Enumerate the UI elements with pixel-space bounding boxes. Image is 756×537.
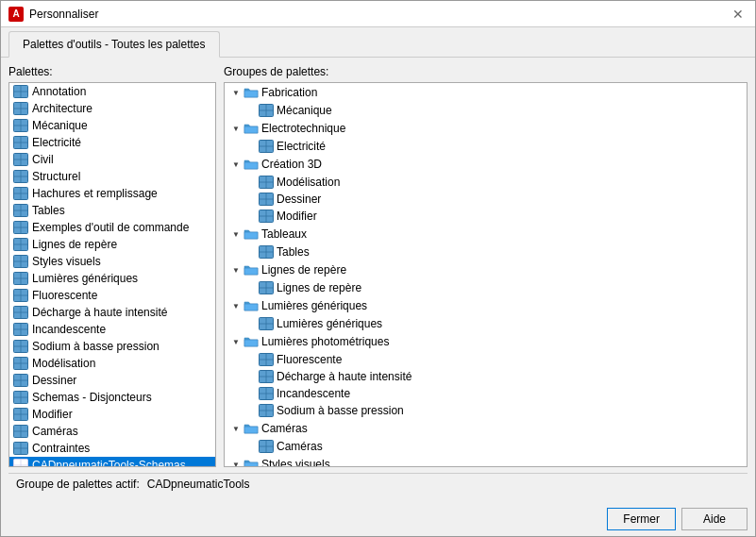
tree-item-label: Dessiner (277, 193, 321, 206)
left-panel: Palettes: Annotation Architecture Mécani… (8, 65, 216, 467)
tree-palette-item[interactable]: Modélisation (225, 174, 747, 191)
main-content: Palettes: Annotation Architecture Mécani… (1, 58, 755, 502)
right-panel-label: Groupes de palettes: (224, 65, 748, 78)
list-item[interactable]: Architecture (9, 100, 215, 117)
tree-toggle-icon[interactable]: ▼ (228, 157, 244, 172)
list-item[interactable]: Fluorescente (9, 287, 215, 304)
close-button[interactable]: Fermer (607, 508, 676, 530)
tree-palette-item[interactable]: Lumières génériques (225, 315, 747, 332)
tree-item-label: Electrotechnique (261, 122, 345, 135)
folder-icon (244, 335, 259, 348)
tree-item-label: Modélisation (277, 176, 340, 189)
list-item[interactable]: Exemples d'outil de commande (9, 219, 215, 236)
tree-item-label: Tables (277, 245, 310, 259)
folder-icon (244, 122, 259, 135)
list-item[interactable]: Annotation (9, 83, 215, 100)
list-item[interactable]: CADpneumaticTools-Schemas (9, 457, 215, 467)
list-item[interactable]: Contraintes (9, 440, 215, 457)
tree-group-item[interactable]: ▼ Lumières génériques (225, 296, 747, 315)
tree-palette-item[interactable]: Dessiner (225, 191, 747, 208)
footer-label: Groupe de palettes actif: (16, 478, 140, 491)
palette-groups-tree[interactable]: ▼ Fabrication Mécanique▼ Electrotechniqu… (224, 82, 748, 467)
list-item[interactable]: Modélisation (9, 355, 215, 372)
list-item-label: Modifier (32, 408, 73, 421)
list-item[interactable]: Modifier (9, 406, 215, 423)
tree-toggle-icon[interactable]: ▼ (228, 421, 244, 436)
tree-toggle-icon[interactable]: ▼ (228, 227, 244, 242)
tree-item-label: Caméras (261, 422, 308, 435)
close-window-button[interactable]: ✕ (729, 5, 748, 24)
list-item[interactable]: Caméras (9, 423, 215, 440)
list-item-label: Styles visuels (32, 255, 101, 268)
tree-group-item[interactable]: ▼ Styles visuels (225, 455, 747, 467)
tree-palette-icon (259, 140, 274, 153)
list-item[interactable]: Lumières génériques (9, 270, 215, 287)
list-item-label: Tables (32, 204, 65, 217)
tree-palette-item[interactable]: Tables (225, 243, 747, 260)
list-item[interactable]: Hachures et remplissage (9, 185, 215, 202)
palette-icon (13, 238, 28, 251)
tree-palette-icon (259, 370, 274, 383)
list-item[interactable]: Mécanique (9, 117, 215, 134)
list-item-label: Modélisation (32, 357, 95, 370)
tree-palette-item[interactable]: Modifier (225, 208, 747, 225)
palettes-list[interactable]: Annotation Architecture Mécanique Electr… (8, 82, 216, 467)
tab-palettes[interactable]: Palettes d'outils - Toutes les palettes (8, 31, 220, 58)
tree-group-item[interactable]: ▼ Lignes de repère (225, 260, 747, 279)
tree-item-label: Lumières génériques (277, 317, 382, 330)
tree-palette-icon (259, 404, 274, 417)
list-item-label: Contraintes (32, 442, 90, 455)
list-item[interactable]: Civil (9, 151, 215, 168)
tree-palette-item[interactable]: Electricité (225, 138, 747, 155)
help-button[interactable]: Aide (681, 508, 748, 530)
tree-toggle-icon[interactable]: ▼ (228, 457, 244, 467)
tree-palette-item[interactable]: Fluorescente (225, 351, 747, 368)
folder-icon (244, 263, 259, 277)
palette-icon (13, 442, 28, 455)
title-bar-left: A Personnaliser (8, 7, 98, 22)
tree-item-label: Electricité (277, 140, 326, 153)
list-item[interactable]: Styles visuels (9, 253, 215, 270)
palette-icon (13, 221, 28, 234)
tree-group-item[interactable]: ▼ Création 3D (225, 155, 747, 174)
list-item[interactable]: Incandescente (9, 321, 215, 338)
list-item[interactable]: Structurel (9, 168, 215, 185)
tree-palette-item[interactable]: Incandescente (225, 385, 747, 402)
tree-palette-item[interactable]: Lignes de repère (225, 279, 747, 296)
tree-palette-icon (259, 193, 274, 206)
list-item-label: Annotation (32, 85, 86, 98)
tree-toggle-icon[interactable]: ▼ (228, 334, 244, 349)
buttons-row: Fermer Aide (1, 502, 755, 536)
svg-rect-99 (244, 340, 258, 346)
tree-item-label: Lumières photométriques (261, 335, 389, 348)
list-item[interactable]: Lignes de repère (9, 236, 215, 253)
list-item[interactable]: Tables (9, 202, 215, 219)
tree-palette-item[interactable]: Sodium à basse pression (225, 402, 747, 419)
list-item[interactable]: Electricité (9, 134, 215, 151)
palette-icon (13, 204, 28, 217)
footer-value: CADpneumaticTools (147, 478, 250, 491)
tree-group-item[interactable]: ▼ Tableaux (225, 225, 747, 243)
tree-group-item[interactable]: ▼ Fabrication (225, 83, 747, 102)
svg-rect-91 (244, 268, 258, 275)
tree-toggle-icon[interactable]: ▼ (228, 262, 244, 277)
tree-palette-item[interactable]: Mécanique (225, 102, 747, 119)
list-item-label: Exemples d'outil de commande (32, 221, 189, 234)
list-item[interactable]: Schemas - Disjoncteurs (9, 389, 215, 406)
folder-icon (244, 299, 259, 312)
palette-icon (13, 374, 28, 387)
tree-palette-item[interactable]: Caméras (225, 438, 747, 455)
tree-palette-icon (259, 281, 274, 294)
tree-group-item[interactable]: ▼ Caméras (225, 419, 747, 438)
tree-toggle-icon[interactable]: ▼ (228, 85, 244, 100)
folder-icon (244, 422, 259, 435)
tree-toggle-icon[interactable]: ▼ (228, 121, 244, 136)
tabs-bar: Palettes d'outils - Toutes les palettes (1, 27, 755, 58)
list-item[interactable]: Dessiner (9, 372, 215, 389)
tree-toggle-icon[interactable]: ▼ (228, 298, 244, 313)
list-item[interactable]: Sodium à basse pression (9, 338, 215, 355)
tree-palette-item[interactable]: Décharge à haute intensité (225, 368, 747, 385)
tree-group-item[interactable]: ▼ Electrotechnique (225, 119, 747, 138)
list-item[interactable]: Décharge à haute intensité (9, 304, 215, 321)
tree-group-item[interactable]: ▼ Lumières photométriques (225, 332, 747, 351)
